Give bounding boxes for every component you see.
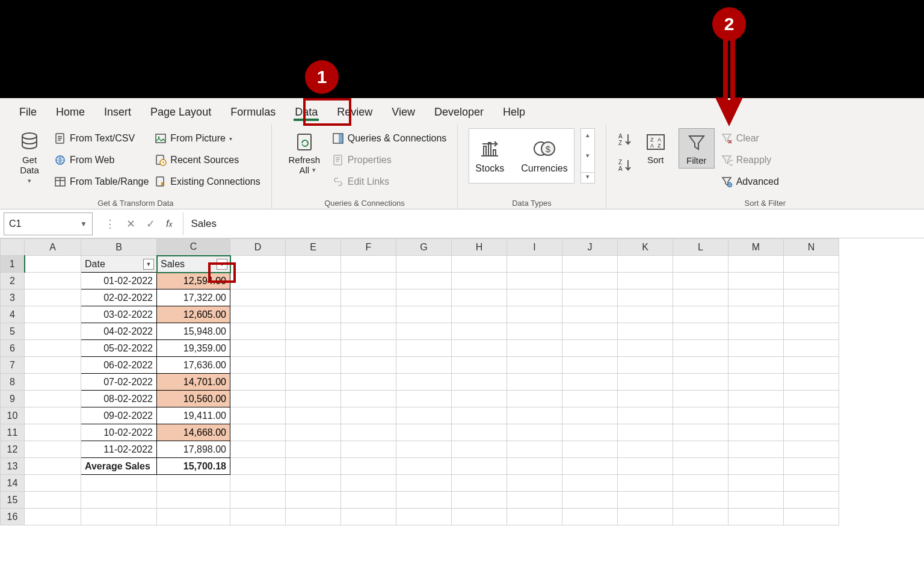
cell-date[interactable]: 09-02-2022 [81, 407, 156, 424]
filter-dropdown-button[interactable]: ▼ [217, 259, 227, 270]
cell[interactable] [341, 256, 396, 272]
cell[interactable] [784, 323, 839, 339]
cell[interactable] [341, 306, 396, 323]
cell[interactable] [784, 475, 839, 491]
cell[interactable] [784, 407, 839, 424]
cell[interactable] [728, 340, 783, 356]
cell[interactable] [25, 407, 81, 424]
cell[interactable] [507, 509, 562, 525]
cell[interactable] [784, 306, 839, 323]
cell[interactable] [618, 458, 673, 474]
cell-sales[interactable]: 14,668.00 [157, 424, 230, 441]
cell-sales[interactable]: 17,322.00 [157, 289, 230, 306]
tab-data[interactable]: Data [286, 101, 326, 122]
cell[interactable] [673, 273, 728, 289]
cell-sales[interactable]: 12,605.00 [157, 306, 230, 323]
cell[interactable] [562, 441, 617, 457]
cell[interactable] [507, 340, 562, 356]
cell[interactable] [452, 323, 507, 339]
cell[interactable] [618, 323, 673, 339]
cell[interactable] [507, 441, 562, 457]
cell[interactable] [507, 256, 562, 272]
filter-dropdown-button[interactable]: ▼ [143, 259, 154, 270]
cell[interactable] [157, 475, 230, 491]
cell-date[interactable]: 08-02-2022 [81, 391, 156, 407]
cell[interactable] [230, 256, 285, 272]
cell[interactable] [230, 407, 285, 424]
cell[interactable] [673, 289, 728, 306]
cell[interactable] [507, 374, 562, 390]
cell-date[interactable]: 10-02-2022 [81, 424, 156, 441]
get-data-button[interactable]: Get Data ▾ [11, 128, 48, 185]
cell[interactable] [396, 458, 451, 474]
cell[interactable] [230, 289, 285, 306]
cell[interactable] [25, 323, 81, 339]
cell[interactable] [728, 475, 783, 491]
cell[interactable] [286, 441, 340, 457]
cell[interactable] [230, 323, 285, 339]
row-header-6[interactable]: 6 [1, 340, 25, 357]
cell[interactable] [507, 306, 562, 323]
row-header-14[interactable]: 14 [1, 475, 25, 492]
cell[interactable] [728, 357, 783, 373]
cell[interactable] [25, 289, 81, 306]
cell[interactable] [452, 424, 507, 441]
cell[interactable] [230, 509, 285, 525]
cell[interactable] [618, 424, 673, 441]
row-header-4[interactable]: 4 [1, 306, 25, 323]
cell[interactable] [673, 357, 728, 373]
cell[interactable] [81, 475, 156, 491]
cell[interactable] [25, 475, 81, 491]
row-header-13[interactable]: 13 [1, 458, 25, 475]
cell[interactable] [396, 273, 451, 289]
cell[interactable] [341, 441, 396, 457]
cell[interactable] [784, 289, 839, 306]
cell[interactable] [396, 391, 451, 407]
cell[interactable] [25, 492, 81, 508]
cell[interactable] [452, 509, 507, 525]
cell[interactable] [452, 492, 507, 508]
column-header-I[interactable]: I [507, 239, 562, 256]
row-header-8[interactable]: 8 [1, 374, 25, 391]
cell[interactable] [562, 509, 617, 525]
cell[interactable] [507, 492, 562, 508]
sort-button[interactable]: ZAAZ Sort [639, 128, 673, 165]
cell-date[interactable]: 02-02-2022 [81, 289, 156, 306]
cell[interactable] [562, 374, 617, 390]
cell[interactable] [618, 273, 673, 289]
cell[interactable] [396, 306, 451, 323]
gallery-scroll[interactable]: ▴ ▾ ▾ [581, 128, 595, 184]
cell[interactable] [286, 492, 340, 508]
cell-sales[interactable]: 17,898.00 [157, 441, 230, 457]
cell[interactable] [507, 273, 562, 289]
cell[interactable] [25, 424, 81, 441]
cell[interactable] [618, 374, 673, 390]
cell[interactable] [396, 323, 451, 339]
cell[interactable] [562, 323, 617, 339]
cell[interactable] [452, 391, 507, 407]
cell[interactable] [286, 306, 340, 323]
sort-za-button[interactable]: ZA [617, 158, 633, 175]
cell[interactable] [341, 374, 396, 390]
cell[interactable] [728, 509, 783, 525]
row-header-11[interactable]: 11 [1, 424, 25, 441]
existing-connections-button[interactable]: Existing Connections [155, 172, 260, 192]
cell[interactable] [396, 509, 451, 525]
clear-button[interactable]: Clear [721, 128, 779, 149]
cell[interactable] [341, 407, 396, 424]
cell[interactable] [507, 407, 562, 424]
row-header-1[interactable]: 1 [1, 256, 25, 273]
cell[interactable] [230, 273, 285, 289]
cell-date[interactable]: 11-02-2022 [81, 441, 156, 457]
cell[interactable] [562, 273, 617, 289]
row-header-12[interactable]: 12 [1, 441, 25, 458]
tab-page-layout[interactable]: Page Layout [142, 101, 220, 122]
cell[interactable] [507, 391, 562, 407]
cell[interactable] [562, 289, 617, 306]
column-header-H[interactable]: H [452, 239, 507, 256]
tab-review[interactable]: Review [328, 101, 381, 122]
tab-file[interactable]: File [11, 101, 45, 122]
cell[interactable] [230, 424, 285, 441]
cell[interactable] [341, 458, 396, 474]
cell[interactable] [784, 509, 839, 525]
